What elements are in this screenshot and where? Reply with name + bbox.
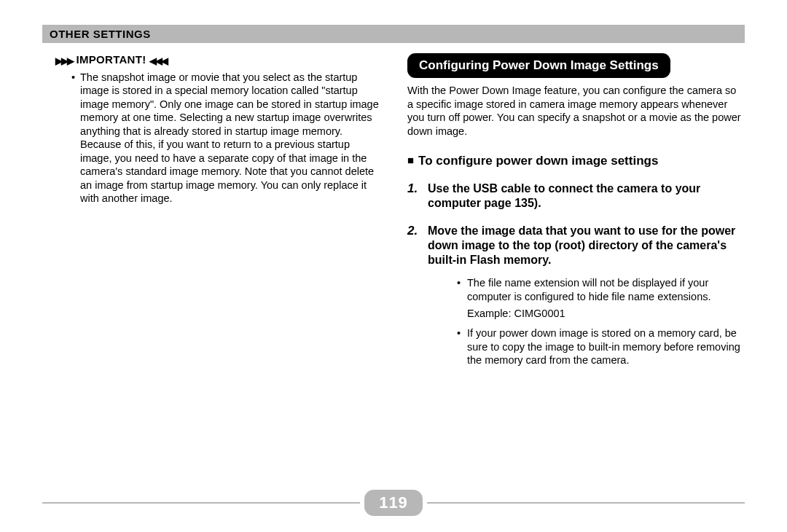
right-column: Configuring Power Down Image Settings Wi… <box>407 53 745 380</box>
important-arrows-left-icon: ▶▶▶ <box>55 55 73 66</box>
step-text: Move the image data that you want to use… <box>428 224 745 267</box>
step-number: 1. <box>407 181 418 196</box>
step-sub-bullets: If your power down image is stored on a … <box>428 326 745 367</box>
important-arrows-right-icon: ◀◀◀ <box>149 55 167 66</box>
important-bullet: The snapshot image or movie that you sel… <box>71 71 380 206</box>
intro-paragraph: With the Power Down Image feature, you c… <box>407 84 745 138</box>
page-footer: 119 <box>42 490 745 516</box>
left-column: ▶▶▶ IMPORTANT! ◀◀◀ The snapshot image or… <box>42 53 380 380</box>
section-header: OTHER SETTINGS <box>42 25 745 43</box>
step-text: Use the USB cable to connect the camera … <box>428 181 745 211</box>
step-example-line: Example: CIMG0001 <box>428 308 745 319</box>
step-sub-bullet: The file name extension will not be disp… <box>457 276 745 303</box>
step-sub-bullet: If your power down image is stored on a … <box>457 326 745 367</box>
manual-page: OTHER SETTINGS ▶▶▶ IMPORTANT! ◀◀◀ The sn… <box>0 0 787 532</box>
important-label-row: ▶▶▶ IMPORTANT! ◀◀◀ <box>55 53 380 66</box>
procedure-heading-text: To configure power down image settings <box>418 154 658 168</box>
footer-rule-right <box>427 502 745 504</box>
step-1: 1. Use the USB cable to connect the came… <box>407 181 745 211</box>
step-number: 2. <box>407 224 418 238</box>
footer-rule-left <box>42 502 360 504</box>
step-sub-bullets: The file name extension will not be disp… <box>428 276 745 303</box>
important-bullet-list: The snapshot image or movie that you sel… <box>42 71 380 206</box>
page-number: 119 <box>364 490 423 516</box>
steps-list: 1. Use the USB cable to connect the came… <box>407 181 745 367</box>
important-label: IMPORTANT! <box>76 53 146 66</box>
step-2: 2. Move the image data that you want to … <box>407 224 745 367</box>
procedure-heading: ■To configure power down image settings <box>407 154 745 168</box>
two-column-layout: ▶▶▶ IMPORTANT! ◀◀◀ The snapshot image or… <box>42 53 745 380</box>
square-bullet-icon: ■ <box>407 154 414 166</box>
section-title-pill: Configuring Power Down Image Settings <box>407 53 670 78</box>
